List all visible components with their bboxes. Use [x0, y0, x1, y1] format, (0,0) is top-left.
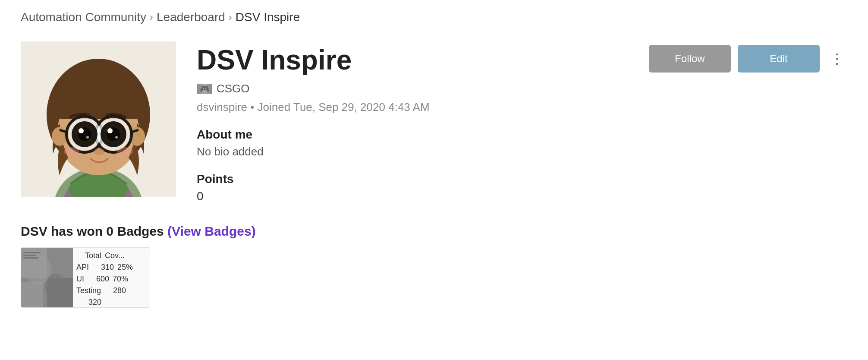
- svg-point-16: [79, 128, 84, 133]
- view-badges-link[interactable]: (View Badges): [167, 224, 256, 238]
- profile-game: 🎮 CSGO: [197, 82, 847, 95]
- page-container: Automation Community › Leaderboard › DSV…: [0, 0, 868, 318]
- svg-point-21: [107, 128, 113, 133]
- svg-point-30: [45, 274, 66, 300]
- svg-rect-32: [23, 252, 41, 253]
- svg-point-23: [94, 148, 104, 155]
- svg-rect-34: [23, 257, 38, 259]
- profile-about-text: No bio added: [197, 145, 847, 158]
- breadcrumb: Automation Community › Leaderboard › DSV…: [21, 10, 847, 24]
- profile-section: DSV Inspire 🎮 CSGO dsvinspire • Joined T…: [21, 41, 847, 203]
- profile-points-value: 0: [197, 189, 847, 203]
- badge-table: Total Cov... API 310 25% UI 600 70% Te: [73, 248, 150, 307]
- svg-point-4: [52, 127, 67, 146]
- game-name: CSGO: [217, 82, 250, 95]
- badges-preview: Total Cov... API 310 25% UI 600 70% Te: [21, 247, 847, 308]
- breadcrumb-separator-1: ›: [150, 11, 153, 23]
- badge-image: [21, 248, 73, 308]
- breadcrumb-current: DSV Inspire: [236, 10, 300, 24]
- svg-point-17: [86, 136, 89, 139]
- table-row: 320: [76, 298, 146, 307]
- edit-button[interactable]: Edit: [738, 45, 820, 73]
- svg-rect-31: [21, 282, 43, 308]
- svg-point-22: [115, 136, 118, 139]
- table-row: Testing 280: [76, 286, 146, 295]
- table-row: UI 600 70%: [76, 275, 146, 284]
- badge-table-header: Total Cov...: [76, 251, 146, 260]
- badge-preview-card: Total Cov... API 310 25% UI 600 70% Te: [21, 247, 150, 308]
- breadcrumb-leaderboard[interactable]: Leaderboard: [157, 10, 225, 24]
- profile-about-label: About me: [197, 128, 847, 142]
- svg-rect-33: [23, 255, 36, 256]
- breadcrumb-separator-2: ›: [229, 11, 232, 23]
- badges-title-text: DSV has won 0 Badges: [21, 224, 164, 238]
- game-flag-icon: 🎮: [197, 84, 212, 94]
- badges-section: DSV has won 0 Badges (View Badges): [21, 224, 847, 308]
- profile-joined: dsvinspire • Joined Tue, Sep 29, 2020 4:…: [197, 101, 847, 114]
- avatar: [21, 41, 176, 197]
- more-options-icon: ⋮: [830, 51, 844, 67]
- breadcrumb-automation-community[interactable]: Automation Community: [21, 10, 146, 24]
- badges-title: DSV has won 0 Badges (View Badges): [21, 224, 847, 239]
- action-buttons: Follow Edit ⋮: [649, 45, 847, 73]
- svg-point-24: [64, 147, 79, 156]
- table-row: API 310 25%: [76, 263, 146, 272]
- more-options-button[interactable]: ⋮: [827, 47, 847, 70]
- svg-point-25: [117, 147, 133, 156]
- follow-button[interactable]: Follow: [649, 45, 731, 73]
- profile-points-label: Points: [197, 172, 847, 186]
